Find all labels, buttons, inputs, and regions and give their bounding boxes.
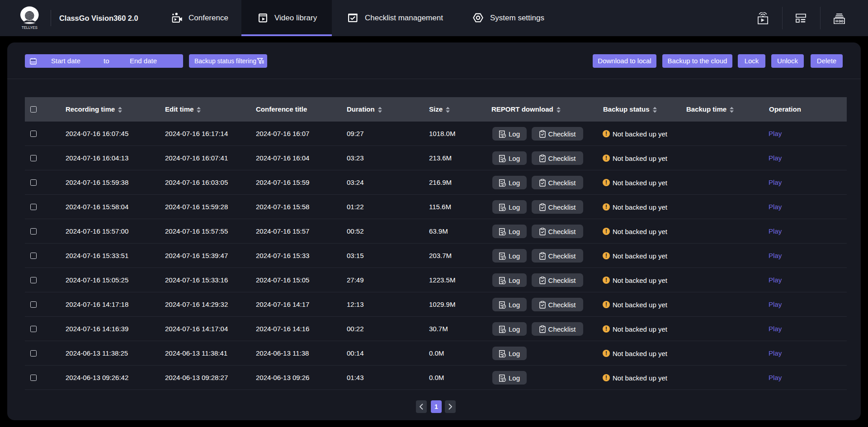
svg-text:TELLYES: TELLYES [22, 26, 38, 30]
